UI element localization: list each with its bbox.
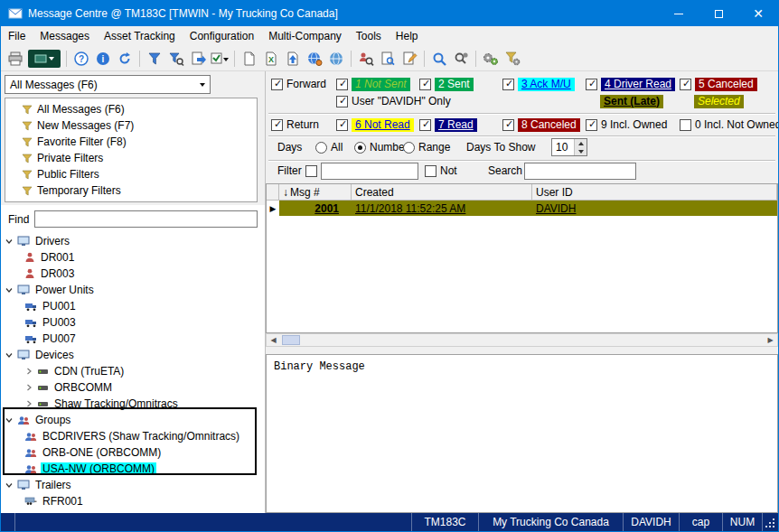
filter-checkbox[interactable]	[305, 165, 317, 177]
search-icon[interactable]	[428, 48, 450, 70]
tree-item-pu001[interactable]: PU001	[1, 298, 265, 314]
edit-message-icon[interactable]	[399, 48, 420, 70]
forward-message-icon[interactable]	[187, 48, 209, 70]
incl-not-owned-checkbox[interactable]	[680, 119, 691, 131]
driver-read-checkbox[interactable]	[586, 79, 597, 90]
menu-asset-tracking[interactable]: Asset Tracking	[97, 28, 183, 44]
minimize-button[interactable]	[659, 1, 699, 26]
days-to-show-stepper[interactable]: 10	[551, 138, 587, 156]
incl-owned-checkbox[interactable]	[586, 119, 597, 131]
filter-item-temporary-filters[interactable]: Temporary Filters	[5, 182, 257, 199]
find-input[interactable]	[34, 210, 258, 228]
sent-late-legend: Sent (Late)	[600, 94, 663, 108]
user-only-checkbox[interactable]	[336, 96, 348, 107]
stepper-up-button[interactable]	[575, 139, 587, 147]
chevron-down-icon[interactable]	[194, 76, 210, 93]
splitter[interactable]	[266, 347, 778, 354]
filter-item-private-filters[interactable]: Private Filters	[5, 150, 257, 166]
scrollbar-track[interactable]	[280, 334, 764, 346]
filter-item-label: All Messages (F6)	[37, 103, 125, 116]
tree-item-dr001[interactable]: DR001	[1, 249, 265, 266]
tree-item-groups[interactable]: Groups	[1, 412, 265, 428]
scroll-left-icon[interactable]: ◀	[267, 334, 280, 346]
filter-item-favorite-filter[interactable]: Favorite Filter (F8)	[5, 134, 257, 150]
menu-configuration[interactable]: Configuration	[183, 28, 261, 44]
stepper-down-button[interactable]	[575, 147, 587, 155]
filter-item-public-filters[interactable]: Public Filters	[5, 166, 257, 182]
read-checkbox[interactable]	[419, 119, 431, 131]
settings-gears-icon[interactable]	[480, 48, 502, 70]
all-radio[interactable]	[315, 142, 327, 154]
menu-messages[interactable]: Messages	[33, 28, 97, 44]
tree-item-drivers[interactable]: Drivers	[1, 233, 265, 249]
menu-multi-company[interactable]: Multi-Company	[261, 28, 349, 44]
tree-item-pu003[interactable]: PU003	[1, 314, 265, 331]
tree-item-shaw-tracking[interactable]: Shaw Tracking/Omnitracs	[1, 396, 265, 412]
group-icon	[24, 448, 37, 458]
menu-tools[interactable]: Tools	[349, 28, 389, 44]
export-excel-icon[interactable]: X	[260, 48, 282, 70]
column-header-msg[interactable]: ↓ Msg #	[279, 184, 352, 201]
filter-item-new-messages[interactable]: New Messages (F7)	[5, 117, 257, 134]
menu-file[interactable]: File	[1, 28, 33, 44]
column-header-user-id[interactable]: User ID	[532, 184, 777, 201]
forward-checkbox[interactable]	[271, 79, 283, 90]
help-icon[interactable]: ?	[70, 48, 92, 70]
tree-item-dr003[interactable]: DR003	[1, 266, 265, 282]
tree-item-power-units[interactable]: Power Units	[1, 282, 265, 298]
message-list: ↓ Msg # Created User ID ▶ 2001 11/1/2018…	[266, 183, 778, 333]
search-input[interactable]	[524, 163, 636, 180]
find-asset-icon[interactable]	[355, 48, 377, 70]
not-read-checkbox[interactable]	[336, 119, 348, 131]
message-view-value: All Messages (F6)	[5, 79, 194, 91]
filter-search-icon[interactable]	[165, 48, 187, 70]
view-message-icon[interactable]	[377, 48, 399, 70]
tree-item-orbcomm[interactable]: ORBCOMM	[1, 379, 265, 396]
column-header-created[interactable]: Created	[352, 184, 532, 201]
tree-item-pu007[interactable]: PU007	[1, 331, 265, 347]
resize-grip[interactable]	[763, 513, 778, 531]
new-message-icon[interactable]	[239, 48, 260, 70]
driver-icon	[24, 252, 35, 263]
not-checkbox[interactable]	[425, 165, 436, 177]
tree-item-rfr001[interactable]: RFR001	[1, 493, 265, 509]
return-canceled-checkbox[interactable]	[502, 119, 514, 131]
info-icon[interactable]: i	[92, 48, 114, 70]
return-checkbox[interactable]	[271, 119, 283, 131]
send-globe-icon[interactable]	[304, 48, 325, 70]
print-icon[interactable]	[5, 48, 26, 70]
horizontal-scrollbar[interactable]: ◀ ▶	[266, 333, 778, 347]
refresh-icon[interactable]	[114, 48, 136, 70]
minimize-icon	[674, 14, 683, 14]
not-sent-checkbox[interactable]	[336, 79, 348, 90]
message-row[interactable]: ▶ 2001 11/1/2018 11:52:25 AM DAVIDH	[267, 201, 777, 216]
search-options-icon[interactable]	[450, 48, 472, 70]
sent-checkbox[interactable]	[419, 79, 431, 90]
tree-item-cdn-trueta[interactable]: CDN (TruETA)	[1, 363, 265, 379]
scrollbar-thumb[interactable]	[282, 335, 300, 345]
message-view-dropdown[interactable]: All Messages (F6)	[5, 75, 211, 94]
trailers-category-icon	[17, 480, 30, 490]
mark-read-dropdown[interactable]	[209, 48, 230, 70]
number-radio[interactable]	[354, 142, 366, 154]
tree-item-orb-one[interactable]: ORB-ONE (ORBCOMM)	[1, 444, 265, 461]
ack-checkbox[interactable]	[502, 79, 514, 90]
range-radio[interactable]	[403, 142, 415, 154]
send-receive-icon[interactable]	[282, 48, 304, 70]
device-selector-dropdown[interactable]	[28, 50, 61, 68]
globe-icon[interactable]	[325, 48, 347, 70]
menu-help[interactable]: Help	[389, 28, 426, 44]
tree-item-usa-nw[interactable]: USA-NW (ORBCOMM)	[1, 461, 265, 477]
canceled-checkbox[interactable]	[680, 79, 691, 90]
filter-input[interactable]	[321, 163, 418, 180]
tree-item-bcdrivers[interactable]: BCDRIVERS (Shaw Tracking/Omnitracs)	[1, 428, 265, 444]
tree-item-devices[interactable]: Devices	[1, 347, 265, 363]
close-button[interactable]: ✕	[738, 1, 778, 26]
tree-item-trailers[interactable]: Trailers	[1, 477, 265, 493]
filter-item-all-messages[interactable]: All Messages (F6)	[5, 101, 257, 117]
filter-settings-icon[interactable]	[502, 48, 523, 70]
status-badge-not-read: 6 Not Read	[352, 118, 414, 132]
maximize-button[interactable]	[699, 1, 738, 26]
scroll-right-icon[interactable]: ▶	[764, 334, 777, 346]
filter-icon[interactable]	[144, 48, 165, 70]
